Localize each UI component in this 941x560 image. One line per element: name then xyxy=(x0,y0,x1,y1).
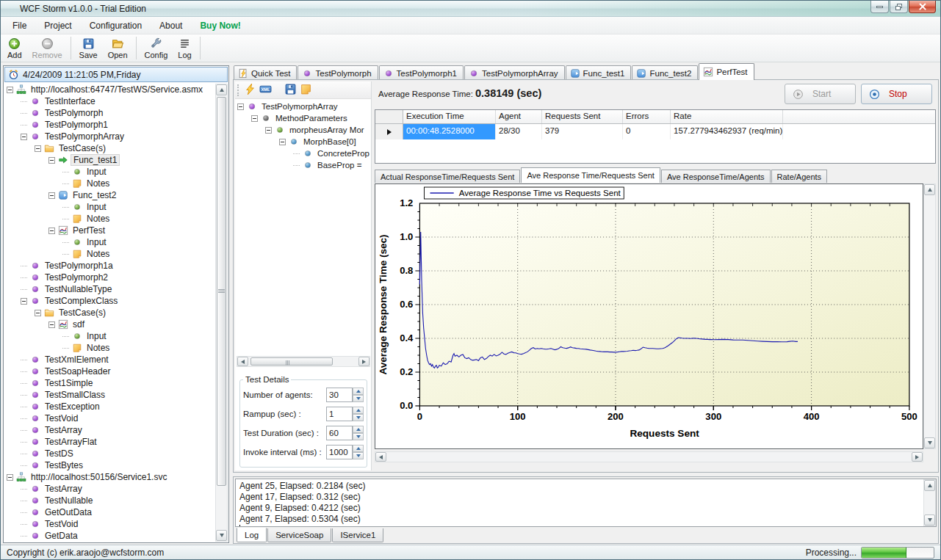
grid-row[interactable]: 00:00:48.252800028/303790157.27794346293… xyxy=(375,124,935,139)
expand-collapse-toggle[interactable] xyxy=(7,474,13,481)
grid-column-header-rate[interactable]: Rate xyxy=(671,110,783,123)
tree-item-func-test1[interactable]: Func_test1 xyxy=(4,154,215,166)
scrollbar-thumb[interactable] xyxy=(217,97,226,486)
stepper-up-button[interactable] xyxy=(353,388,364,395)
grid-column-header-errors[interactable]: Errors xyxy=(623,110,671,123)
expand-collapse-toggle[interactable] xyxy=(265,127,272,134)
expand-collapse-toggle[interactable] xyxy=(48,192,55,199)
scroll-right-button[interactable] xyxy=(912,452,923,462)
scroll-down-button[interactable] xyxy=(924,437,935,448)
stepper-value[interactable]: 1 xyxy=(326,407,353,421)
log-output[interactable]: Agent 25, Elapsed: 0.2184 (sec)Agent 17,… xyxy=(235,479,937,527)
scroll-up-button[interactable] xyxy=(924,184,935,195)
tree-item-testpolymorpharray[interactable]: TestPolymorphArray xyxy=(4,131,215,142)
tab-testpolymorph[interactable]: TestPolymorph xyxy=(298,65,378,80)
grid-cell-execution-time[interactable]: 00:00:48.2528000 xyxy=(403,124,496,139)
numeric-stepper-test-duration-sec[interactable]: 60 xyxy=(326,426,364,440)
tree-item-baseprop[interactable]: BaseProp = xyxy=(235,159,371,171)
tree-item-sdf[interactable]: sdf xyxy=(4,319,215,330)
tree-item-testarrayflat[interactable]: TestArrayFlat xyxy=(4,436,215,448)
tab-testpolymorph1[interactable]: TestPolymorph1 xyxy=(379,65,464,80)
toolbar-button-remove[interactable]: Remove xyxy=(27,34,68,62)
expand-collapse-toggle[interactable] xyxy=(48,228,55,234)
parameters-hscrollbar[interactable] xyxy=(237,356,370,367)
tree-item-test1simple[interactable]: Test1Simple xyxy=(4,377,215,389)
toolbar-button-config[interactable]: Config xyxy=(140,34,173,62)
stepper-value[interactable]: 30 xyxy=(326,388,353,402)
param-toolbar-button-save[interactable] xyxy=(284,83,297,98)
scrollbar-thumb[interactable] xyxy=(250,357,333,366)
tree-item-testcase-s[interactable]: TestCase(s) xyxy=(4,307,215,319)
tree-item-testnullable[interactable]: TestNullable xyxy=(4,495,215,506)
tree-item-func-test2[interactable]: Func_test2 xyxy=(4,189,215,201)
tree-item-testnullabletype[interactable]: TestNullableType xyxy=(4,283,215,295)
tree-item-testsoapheader[interactable]: TestSoapHeader xyxy=(4,366,215,377)
grid-column-header-requests-sent[interactable]: Requests Sent xyxy=(542,110,623,123)
tree-item-testcomplexclass[interactable]: TestComplexClass xyxy=(4,295,215,307)
expand-collapse-toggle[interactable] xyxy=(35,145,41,152)
tree-item-testcase-s[interactable]: TestCase(s) xyxy=(4,142,215,154)
tree-item-testpolymorph1a[interactable]: TestPolymorph1a xyxy=(4,260,215,272)
tree-item-input[interactable]: Input xyxy=(4,330,215,342)
tree-item-testexception[interactable]: TestException xyxy=(4,401,215,412)
tree-item-http-localhost-64747-testws-service-asmx[interactable]: http://localhost:64747/TestWS/Service.as… xyxy=(4,84,215,95)
numeric-stepper-rampup-sec[interactable]: 1 xyxy=(326,407,364,421)
scroll-down-button[interactable] xyxy=(216,530,227,541)
tree-item-testarray[interactable]: TestArray xyxy=(4,424,215,436)
toolbar-button-open[interactable]: Open xyxy=(103,34,133,62)
menu-item-project[interactable]: Project xyxy=(35,18,80,34)
scroll-up-button[interactable] xyxy=(924,480,935,491)
minimize-button[interactable] xyxy=(870,1,889,13)
tree-item-concreteprop[interactable]: ConcreteProp xyxy=(235,148,371,159)
scroll-left-button[interactable] xyxy=(237,357,248,366)
stepper-down-button[interactable] xyxy=(353,452,364,459)
tree-item-testxmlelement[interactable]: TestXmlElement xyxy=(4,354,215,366)
tree-item-testbytes[interactable]: TestBytes xyxy=(4,459,215,471)
param-toolbar-button-lightning[interactable] xyxy=(244,83,256,98)
grid-column-header-execution-time[interactable]: Execution Time xyxy=(403,110,496,123)
subtab-ave-responsetime-agents[interactable]: Ave ResponseTime/Agents xyxy=(661,170,771,183)
log-tab-iservice1[interactable]: IService1 xyxy=(332,528,383,542)
log-vscrollbar[interactable] xyxy=(923,479,936,526)
tab-perftest[interactable]: PerfTest xyxy=(699,63,754,80)
subtab-actual-responsetime-requests-sent[interactable]: Actual ResponseTime/Requests Sent xyxy=(375,170,520,183)
scroll-up-button[interactable] xyxy=(216,84,227,95)
tree-item-testpolymorph[interactable]: TestPolymorph xyxy=(4,107,215,119)
stepper-up-button[interactable] xyxy=(353,407,364,414)
tree-item-notes[interactable]: Notes xyxy=(4,342,215,354)
stop-button[interactable]: Stop xyxy=(861,84,932,104)
log-tab-servicesoap[interactable]: ServiceSoap xyxy=(267,528,331,542)
expand-collapse-toggle[interactable] xyxy=(21,134,27,140)
tree-item-notes[interactable]: Notes xyxy=(4,178,215,189)
toolbar-button-add[interactable]: Add xyxy=(2,34,27,62)
tab-func-test1[interactable]: Func_test1 xyxy=(566,65,632,80)
tree-item-testinterface[interactable]: TestInterface xyxy=(4,95,215,107)
tree-item-testpolymorpharray[interactable]: TestPolymorphArray xyxy=(235,101,371,112)
tree-item-input[interactable]: Input xyxy=(4,166,215,178)
scroll-right-button[interactable] xyxy=(358,357,369,366)
stepper-value[interactable]: 1000 xyxy=(326,445,353,459)
grid-cell-errors[interactable]: 0 xyxy=(623,124,671,139)
expand-collapse-toggle[interactable] xyxy=(48,157,55,164)
stepper-down-button[interactable] xyxy=(353,414,364,421)
tree-item-notes[interactable]: Notes xyxy=(4,213,215,225)
grid-cell-requests-sent[interactable]: 379 xyxy=(542,124,623,139)
grid-cell-agent[interactable]: 28/30 xyxy=(496,124,542,139)
param-toolbar-button-xml[interactable]: XML xyxy=(259,83,272,98)
numeric-stepper-number-of-agents[interactable]: 30 xyxy=(326,388,364,402)
menu-item-buy-now[interactable]: Buy Now! xyxy=(191,18,249,34)
log-tab-log[interactable]: Log xyxy=(237,528,267,542)
tree-item-notes[interactable]: Notes xyxy=(4,248,215,260)
tree-item-morpheusarray-mor[interactable]: morpheusArray Mor xyxy=(235,124,371,136)
tree-item-methodparameters[interactable]: MethodParameters xyxy=(235,112,371,124)
stepper-down-button[interactable] xyxy=(353,395,364,402)
subtab-ave-response-time-requests-sent[interactable]: Ave Response Time/Requests Sent xyxy=(521,167,660,183)
stepper-up-button[interactable] xyxy=(353,445,364,452)
stepper-up-button[interactable] xyxy=(353,426,364,433)
tree-item-morphbase-0[interactable]: MorphBase[0] xyxy=(235,136,371,148)
tree-item-input[interactable]: Input xyxy=(4,201,215,213)
tab-quick-test[interactable]: Quick Test xyxy=(234,65,297,80)
service-tree-scrollbar[interactable] xyxy=(215,84,228,542)
expand-collapse-toggle[interactable] xyxy=(7,87,13,93)
param-toolbar-button-notes[interactable] xyxy=(300,83,312,98)
